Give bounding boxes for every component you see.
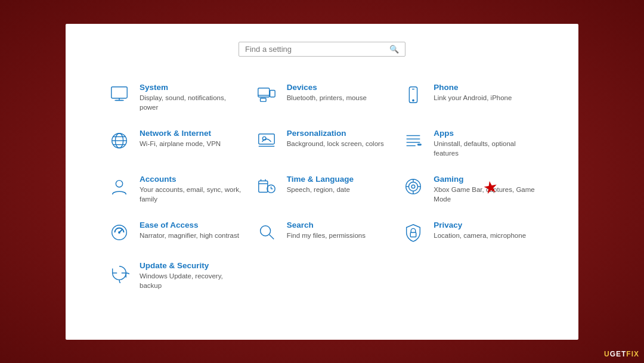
svg-point-40 [118,231,120,234]
settings-item-ease[interactable]: Ease of Access Narrator, magnifier, high… [101,212,249,253]
item-title-network: Network & Internet [140,129,221,138]
settings-item-accounts[interactable]: Accounts Your accounts, email, sync, wor… [101,166,249,212]
svg-rect-43 [411,232,416,237]
item-text-update: Update & Security Windows Update, recove… [140,261,243,290]
item-desc-ease: Narrator, magnifier, high contrast [140,231,239,240]
item-desc-update: Windows Update, recovery, backup [140,271,243,290]
item-title-accounts: Accounts [140,175,243,184]
item-text-ease: Ease of Access Narrator, magnifier, high… [140,221,239,240]
settings-grid: System Display, sound, notifications, po… [101,75,543,299]
item-text-gaming: Gaming Xbox Game Bar, captures, Game Mod… [434,175,537,204]
item-title-devices: Devices [287,83,367,92]
privacy-icon [401,221,425,244]
item-text-apps: Apps Uninstall, defaults, optional featu… [434,129,537,158]
watermark: UGETFIX [604,350,639,358]
apps-icon [401,129,425,153]
item-title-phone: Phone [434,83,512,92]
item-title-privacy: Privacy [434,221,526,229]
item-title-update: Update & Security [140,261,243,270]
svg-point-41 [260,226,270,236]
item-title-apps: Apps [434,129,537,138]
settings-item-time[interactable]: Time & Language Speech, region, date [249,166,396,212]
item-title-ease: Ease of Access [140,221,239,229]
personalization-icon [255,129,278,153]
search-icon: 🔍 [389,45,399,54]
item-title-personalization: Personalization [287,129,384,138]
item-desc-devices: Bluetooth, printers, mouse [287,93,367,103]
settings-window: 🔍 System Display, sound, notifications, … [66,24,578,340]
svg-point-33 [409,182,418,191]
svg-point-24 [116,180,122,187]
item-text-devices: Devices Bluetooth, printers, mouse [287,83,367,103]
item-text-search: Search Find my files, permissions [287,221,366,240]
ease-icon [107,221,131,244]
search-icon [255,221,278,244]
settings-item-devices[interactable]: Devices Bluetooth, printers, mouse [249,75,396,120]
item-title-system: System [140,83,243,92]
settings-item-network[interactable]: Network & Internet Wi-Fi, airplane mode,… [101,120,249,166]
item-text-privacy: Privacy Location, camera, microphone [434,221,526,240]
accounts-icon [107,175,131,198]
devices-icon [255,83,278,107]
settings-item-gaming[interactable]: Gaming Xbox Game Bar, captures, Game Mod… [395,166,543,212]
item-text-network: Network & Internet Wi-Fi, airplane mode,… [140,129,221,148]
item-desc-apps: Uninstall, defaults, optional features [434,139,537,158]
item-desc-network: Wi-Fi, airplane mode, VPN [140,139,221,148]
settings-item-personalization[interactable]: Personalization Background, lock screen,… [249,120,396,166]
item-desc-time: Speech, region, date [287,185,354,194]
svg-point-10 [413,100,414,101]
item-desc-phone: Link your Android, iPhone [434,93,512,103]
item-text-personalization: Personalization Background, lock screen,… [287,129,384,148]
item-title-gaming: Gaming [434,175,537,184]
settings-item-update[interactable]: Update & Security Windows Update, recove… [101,253,249,299]
item-desc-system: Display, sound, notifications, power [140,93,243,112]
network-icon [107,129,131,153]
item-desc-accounts: Your accounts, email, sync, work, family [140,185,243,204]
svg-line-42 [269,235,274,240]
settings-item-phone[interactable]: Phone Link your Android, iPhone [395,75,543,120]
settings-item-privacy[interactable]: Privacy Location, camera, microphone [395,212,543,253]
item-title-search: Search [287,221,366,229]
system-icon [107,83,131,107]
svg-rect-25 [258,181,267,192]
settings-item-search[interactable]: Search Find my files, permissions [249,212,396,253]
svg-rect-7 [260,98,265,101]
item-text-accounts: Accounts Your accounts, email, sync, wor… [140,175,243,204]
settings-item-apps[interactable]: Apps Uninstall, defaults, optional featu… [395,120,543,166]
item-desc-gaming: Xbox Game Bar, captures, Game Mode [434,185,537,204]
phone-icon [401,83,425,107]
svg-rect-23 [418,144,422,145]
settings-item-system[interactable]: System Display, sound, notifications, po… [101,75,249,120]
item-text-phone: Phone Link your Android, iPhone [434,83,512,103]
gaming-icon [401,175,425,198]
search-bar[interactable]: 🔍 [239,42,405,57]
update-icon [107,261,131,285]
item-text-system: System Display, sound, notifications, po… [140,83,243,112]
svg-rect-5 [270,90,275,97]
item-desc-privacy: Location, camera, microphone [434,231,526,240]
item-title-time: Time & Language [287,175,354,184]
item-desc-personalization: Background, lock screen, colors [287,139,384,148]
time-icon [255,175,278,198]
svg-point-34 [411,185,415,188]
svg-rect-0 [112,86,127,98]
item-desc-search: Find my files, permissions [287,231,366,240]
item-text-time: Time & Language Speech, region, date [287,175,354,194]
search-input[interactable] [245,45,389,54]
